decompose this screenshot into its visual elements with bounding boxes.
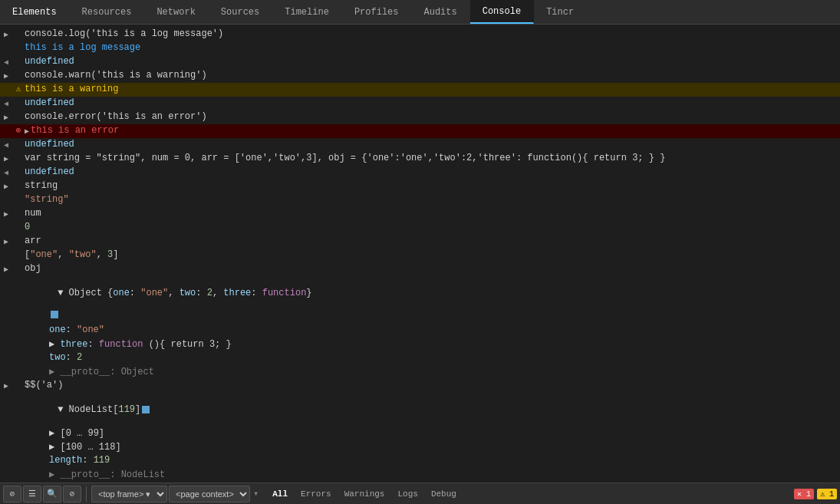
list-item [0,310,840,324]
left-arrow: ◀ [0,166,12,177]
console-input-text: var string = "string", num = 0, arr = ['… [25,153,837,163]
no-arrow [25,338,37,340]
list-item: ▼ Object {one: "one", two: 2, three: fun… [0,276,840,310]
list-item: ▶ three: function (){ return 3; } [0,338,840,351]
list-item: length: 119 [0,454,840,468]
undefined-value: undefined [25,139,837,150]
filter-button[interactable]: ☰ [23,486,41,502]
expand-arrow[interactable]: ▶ [0,208,12,219]
no-arrow [0,194,12,196]
block-button[interactable]: ⊘ [63,486,81,502]
list-item: ⚠ this is a warning [0,83,840,97]
tab-network[interactable]: Network [144,0,208,24]
tab-elements[interactable]: Elements [0,0,70,24]
obj-header: ▼ Object {one: "one", two: 2, three: fun… [25,277,837,309]
error-icon: ⊗ [12,125,25,135]
no-arrow [25,324,37,326]
no-arrow [0,277,12,278]
undefined-value: undefined [25,166,837,177]
expand-arrow[interactable]: ▶ [0,70,12,81]
log-output: this is a log message [25,42,837,53]
warn-icon: ⚠ [12,84,25,94]
no-arrow [25,366,37,367]
context-arrow: ▾ [253,488,259,499]
obj-prop-two: two: 2 [49,352,837,363]
list-item: ⊗ ▶ this is an error [0,124,840,138]
no-arrow [25,455,37,456]
no-arrow [0,249,12,251]
error-count-badge: ✕ 1 [794,489,814,499]
expand-arrow[interactable]: ▶ [0,263,12,274]
expand-arrow[interactable]: ▶ [0,236,12,246]
list-item: ▼ NodeList[119] [0,393,840,427]
expand-arrow[interactable]: ▶ [0,153,12,163]
bottom-toolbar: ⊘ ☰ 🔍 ⊘ <top frame> ▾ <page context> ▾ A… [0,483,840,504]
color-swatch [51,311,58,318]
nodelist-proto: ▶ __proto__: NodeList [49,469,837,480]
tab-tincr[interactable]: Tincr [534,0,587,24]
obj-prop-three: ▶ three: function (){ return 3; } [49,338,837,350]
filter-tabs: All Errors Warnings Logs Debug [266,488,463,500]
filter-all[interactable]: All [266,488,294,500]
list-item: ▶ string [0,180,840,193]
list-item: ▶ [0 … 99] [0,427,840,440]
search-button[interactable]: 🔍 [43,486,61,502]
no-arrow [25,352,37,354]
console-input-text: string [25,180,837,191]
list-item: ◀ undefined [0,138,840,152]
obj-prop-one: one: "one" [49,324,837,335]
list-item: ▶ $$('a') [0,379,840,393]
list-item: ▶ var string = "string", num = 0, arr = … [0,152,840,166]
left-arrow: ◀ [0,97,12,108]
no-arrow [25,427,37,429]
tab-timeline[interactable]: Timeline [272,0,342,24]
nodelist-range2: ▶ [100 … 118] [49,441,837,453]
frame-select[interactable]: <top frame> ▾ [91,486,167,502]
console-input-text: arr [25,236,837,246]
filter-debug[interactable]: Debug [425,488,463,500]
filter-errors[interactable]: Errors [295,488,338,500]
triangle-icon[interactable]: ▶ [25,125,29,136]
filter-logs[interactable]: Logs [391,488,423,500]
console-output: ▶ console.log('this is a log message') t… [0,25,840,483]
console-input-text: console.warn('this is a warning') [25,70,837,81]
filter-warnings[interactable]: Warnings [338,488,391,500]
list-item: ▶ console.warn('this is a warning') [0,69,840,83]
color-swatch [142,406,150,413]
expand-arrow[interactable]: ▶ [0,111,12,122]
tab-console[interactable]: Console [470,0,534,24]
no-arrow [0,125,12,127]
list-item: ▶ console.log('this is a log message') [0,28,840,41]
expand-arrow[interactable]: ▶ [0,28,12,39]
tab-resources[interactable]: Resources [70,0,145,24]
list-item: ◀ undefined [0,55,840,69]
obj-proto: ▶ __proto__: Object [49,366,837,377]
tab-sources[interactable]: Sources [209,0,272,24]
no-arrow [25,469,37,470]
list-item: ▶ __proto__: NodeList [0,468,840,482]
undefined-value: undefined [25,56,837,67]
list-item: ▶ arr [0,235,840,249]
no-arrow [0,84,12,85]
no-arrow [0,42,12,44]
list-item: ▶ [100 … 118] [0,440,840,454]
expand-arrow[interactable]: ▶ [0,380,12,390]
clear-console-button[interactable]: ⊘ [3,486,21,502]
context-select[interactable]: <page context> [169,486,250,502]
arr-value: ["one", "two", 3] [25,249,837,260]
list-item: ▶ num [0,207,840,221]
console-input-text: console.error('this is an error') [25,111,837,122]
list-item: this is a log message [0,41,840,55]
left-arrow: ◀ [0,56,12,67]
list-item: ◀ undefined [0,166,840,180]
nodelist-range1: ▶ [0 … 99] [49,427,837,439]
tab-profiles[interactable]: Profiles [342,0,412,24]
tab-audits[interactable]: Audits [411,0,469,24]
list-item: ["one", "two", 3] [0,249,840,262]
list-item: "string" [0,193,840,207]
undefined-value: undefined [25,97,837,108]
error-output: this is an error [31,125,837,136]
console-input-text: num [25,208,837,219]
expand-arrow[interactable]: ▶ [0,180,12,191]
nodelist-length: length: 119 [49,455,837,466]
